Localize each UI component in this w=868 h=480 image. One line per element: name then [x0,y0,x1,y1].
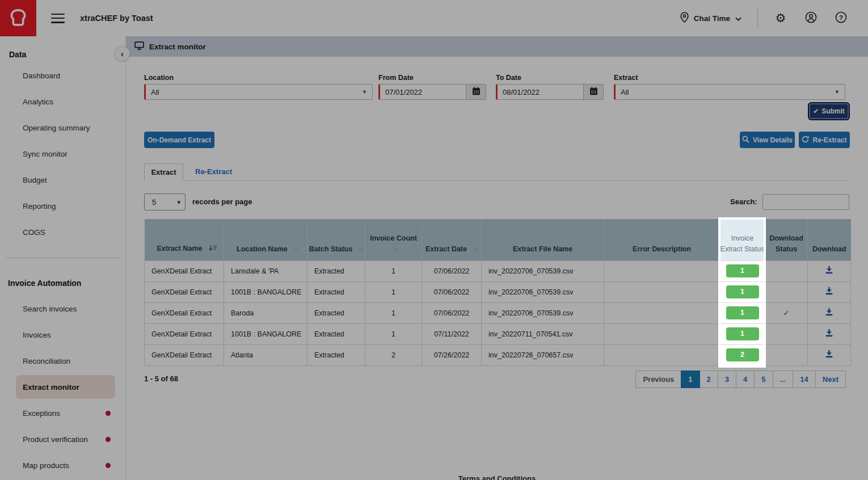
sidebar-item-invoices[interactable]: Invoices [16,322,115,348]
from-date-calendar-button[interactable] [466,84,486,100]
re-extract-button[interactable]: Re-Extract [799,132,850,148]
page-header: Extract monitor [126,36,868,57]
invoice-extract-status-badge: 1 [726,306,759,319]
to-date-calendar-button[interactable] [584,84,604,100]
topbar-right: Chai Time ⚙ ? [680,8,848,28]
view-details-button[interactable]: View Details [740,132,795,148]
sidebar-item-reconciliation[interactable]: Reconciliation [16,348,115,374]
terms-and-conditions-link[interactable]: Terms and Conditions [126,474,868,480]
screen: xtraCHEF by Toast Chai Time ⚙ [0,0,868,480]
invoice-extract-status-badge: 1 [726,264,759,277]
calendar-icon [589,87,598,98]
select-arrow-icon: ▾ [177,199,180,206]
submit-button[interactable]: ✔ Submit [809,103,849,119]
download-icon[interactable] [825,266,833,274]
sort-icon: ↓↑ [359,246,364,252]
monitor-icon [134,41,144,52]
dropdown-arrow-icon: ▼ [362,89,367,95]
settings-button[interactable]: ⚙ [774,11,787,25]
section-title-data: Data [9,50,125,59]
gear-icon: ⚙ [776,12,786,24]
check-icon: ✔ [813,107,819,115]
from-date-group: 07/01/2022 [378,84,486,100]
topbar: xtraCHEF by Toast Chai Time ⚙ [0,0,868,36]
download-icon[interactable] [825,308,833,316]
table-row: GenXDetail Extract 1001B : BANGALORE Ext… [145,323,851,344]
sidebar-item-map-products[interactable]: Map products [16,452,115,478]
extract-filter-label: Extract [614,74,638,82]
download-status-cell [765,281,808,302]
sidebar-item-dashboard[interactable]: Dashboard [16,62,115,89]
location-switcher[interactable]: Chai Time [680,12,741,25]
location-filter-label: Location [144,74,174,82]
sort-icon: ↓↑ [293,246,298,252]
download-icon[interactable] [825,287,833,295]
sidebar-item-cogs[interactable]: COGS [16,219,115,245]
sidebar-item-sync-monitor[interactable]: Sync monitor [16,141,115,167]
page-button-3[interactable]: 3 [718,370,736,388]
extract-table: Extract Name Location Name ↓↑ Batch Stat… [144,219,851,366]
col-download[interactable]: Download [808,219,851,260]
extract-select[interactable]: All ▼ [614,84,845,100]
page-button-2[interactable]: 2 [700,370,718,388]
chevron-down-icon [735,13,741,23]
download-icon[interactable] [825,329,833,337]
section-title-invoice-automation: Invoice Automation [8,279,125,288]
download-status-cell [765,344,808,365]
tab-re-extract[interactable]: Re-Extract [195,163,232,180]
sidebar-item-search-invoices[interactable]: Search invoices [16,296,115,322]
page-button-1[interactable]: 1 [681,370,700,388]
records-per-page-label: records per page [192,193,252,210]
download-status-cell [765,260,808,281]
sort-icon: ↓↑ [393,246,398,252]
col-extract-date[interactable]: Extract Date ↓↑ [422,219,482,260]
sidebar-item-operating-summary[interactable]: Operating summary [16,115,115,141]
on-demand-extract-button[interactable]: On-Demand Extract [144,132,214,148]
sidebar-item-budget[interactable]: Budget [16,167,115,193]
sidebar-item-exceptions[interactable]: Exceptions [16,400,115,426]
col-batch-status[interactable]: Batch Status ↓↑ [307,219,365,260]
sidebar-collapse-button[interactable]: ‹ [115,46,130,61]
toast-logo[interactable] [0,0,36,36]
sidebar-item-product-verification[interactable]: Product verification [16,426,115,452]
account-button[interactable] [804,11,818,25]
col-extract-name[interactable]: Extract Name [145,219,224,260]
magnifier-icon [742,136,749,145]
table-row: GenXDetail Extract Lansdale & 'PA Extrac… [145,260,851,281]
from-date-input[interactable]: 07/01/2022 [378,84,466,100]
main-content: ‹ Extract monitor Location From Date To … [126,36,868,480]
location-pin-icon [680,12,689,25]
col-error-description[interactable]: Error Description [604,219,720,260]
col-download-status[interactable]: Download Status [765,219,808,260]
page-button-14[interactable]: 14 [793,370,815,388]
col-location-name[interactable]: Location Name ↓↑ [224,219,307,260]
page-button-5[interactable]: 5 [754,370,773,388]
col-extract-file-name[interactable]: Extract File Name [482,219,604,260]
notification-dot [106,437,111,442]
col-invoice-extract-status[interactable]: Invoice Extract Status [720,219,765,260]
col-invoice-count[interactable]: Invoice Count ↓↑ [365,219,422,260]
download-status-cell [765,323,808,344]
location-name: Chai Time [694,14,730,23]
previous-page-button[interactable]: Previous [635,370,681,388]
hamburger-menu-button[interactable] [51,14,65,23]
download-icon[interactable] [825,350,833,358]
topbar-divider [757,8,758,28]
location-select[interactable]: All ▼ [144,84,373,100]
to-date-input[interactable]: 08/01/2022 [496,84,584,100]
records-per-page-select[interactable]: 5 ▾ [144,193,186,210]
page-button-4[interactable]: 4 [736,370,755,388]
help-button[interactable]: ? [834,11,848,25]
page-ellipsis: ... [773,370,794,388]
table-row: GenXDetail Extract Atlanta Extracted 2 0… [145,344,851,365]
search-input[interactable] [762,194,849,210]
sidebar-item-analytics[interactable]: Analytics [16,89,115,115]
table-row: GenXDetail Extract Baroda Extracted 1 07… [145,302,851,323]
sort-active-icon [209,245,217,253]
sidebar-item-reporting[interactable]: Reporting [16,193,115,219]
sidebar-item-extract-monitor[interactable]: Extract monitor [16,375,115,399]
tab-extract[interactable]: Extract [144,163,183,181]
notification-dot [106,411,111,416]
record-range-summary: 1 - 5 of 68 [144,374,178,384]
next-page-button[interactable]: Next [815,370,846,388]
